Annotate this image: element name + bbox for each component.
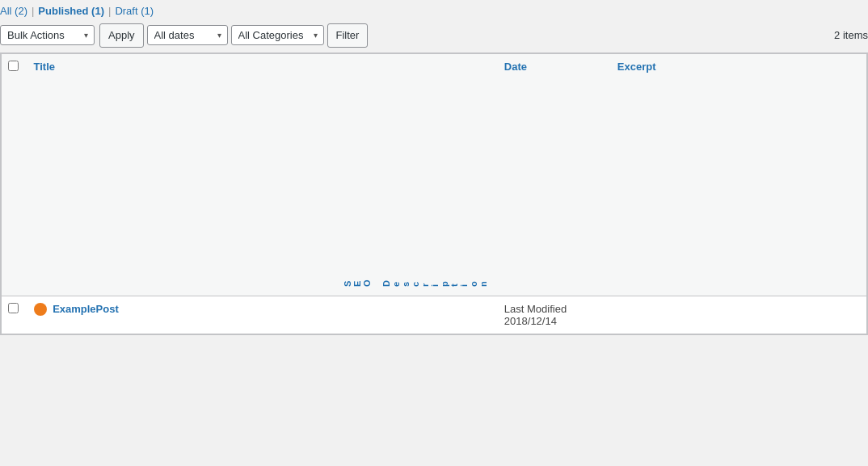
items-count: 2 items	[834, 29, 868, 41]
bulk-actions-container: Bulk Actions Move to Trash ▾ Apply	[0, 23, 144, 48]
date-column-header: Date	[496, 53, 609, 296]
table-header-row: Title SEO Description Date Ex	[2, 53, 867, 296]
post-title-text: ExamplePost	[53, 303, 119, 315]
table-row: ExamplePost Edit | Quick Edit | Trash | …	[2, 296, 867, 334]
excerpt-column-header: Excerpt	[609, 53, 867, 296]
seo-column-header: SEO Description	[335, 53, 496, 296]
title-cell: ExamplePost Edit | Quick Edit | Trash | …	[26, 296, 335, 334]
bulk-actions-select-wrapper: Bulk Actions Move to Trash ▾	[0, 25, 95, 45]
all-count: (2)	[15, 5, 27, 17]
categories-dropdown[interactable]: All Categories	[231, 25, 324, 45]
bulk-actions-dropdown[interactable]: Bulk Actions Move to Trash	[0, 25, 95, 45]
apply-button[interactable]: Apply	[99, 23, 144, 48]
filter-links: All (2) | Published (1) | Draft (1)	[0, 0, 868, 20]
check-all-checkbox[interactable]	[8, 61, 19, 71]
post-title-container: ExamplePost	[34, 303, 327, 317]
filter-published[interactable]: Published (1)	[38, 5, 104, 17]
published-count: (1)	[91, 5, 104, 17]
post-title-link[interactable]: ExamplePost	[53, 303, 119, 315]
excerpt-cell	[609, 296, 867, 334]
date-sort-link[interactable]: Date	[504, 61, 527, 73]
filter-button[interactable]: Filter	[327, 23, 369, 48]
title-column-label: Title	[34, 61, 56, 73]
dates-select-wrapper: All dates ▾	[147, 25, 228, 45]
date-cell: Last Modified 2018/12/14	[496, 296, 609, 334]
dates-dropdown[interactable]: All dates	[147, 25, 228, 45]
row-checkbox[interactable]	[8, 303, 19, 313]
draft-label: Draft	[115, 5, 137, 17]
filter-draft[interactable]: Draft (1)	[115, 5, 154, 17]
check-all-column	[2, 53, 26, 296]
row-checkbox-cell	[2, 296, 26, 334]
posts-table: Title SEO Description Date Ex	[1, 53, 867, 334]
published-label: Published	[38, 5, 88, 17]
all-label: All	[0, 5, 11, 17]
excerpt-column-label: Excerpt	[617, 61, 656, 73]
date-label: Last Modified	[504, 303, 601, 315]
title-column-header: Title	[26, 53, 335, 296]
separator-1: |	[32, 5, 34, 17]
categories-select-wrapper: All Categories ▾	[231, 25, 324, 45]
seo-header-rotated: SEO Description	[343, 61, 488, 287]
seo-score-icon	[34, 303, 47, 316]
separator-2: |	[108, 5, 111, 17]
tablenav-top: Bulk Actions Move to Trash ▾ Apply All d…	[0, 20, 868, 52]
date-value: 2018/12/14	[504, 315, 601, 327]
title-sort-link[interactable]: Title	[34, 61, 56, 73]
posts-table-wrap: Title SEO Description Date Ex	[0, 52, 868, 335]
filter-all[interactable]: All (2)	[0, 5, 27, 17]
draft-count: (1)	[141, 5, 154, 17]
date-column-label: Date	[504, 61, 527, 73]
seo-cell	[335, 296, 496, 334]
